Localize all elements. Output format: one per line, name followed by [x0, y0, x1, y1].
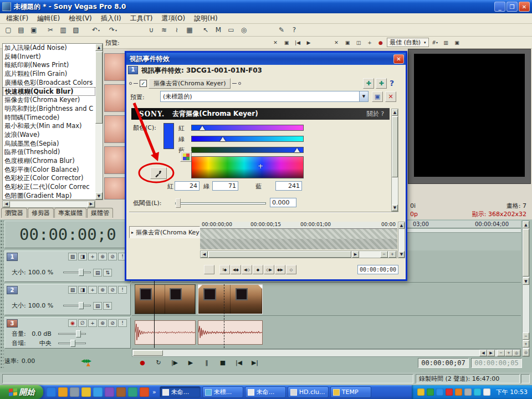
zoom-out-icon[interactable]: − [380, 251, 388, 258]
task-button[interactable]: 未命... [245, 386, 286, 398]
vertical-zoom-tool-icon[interactable]: ◎ [523, 349, 529, 356]
mute-icon[interactable]: ⊘ [108, 319, 117, 327]
track-lane-2[interactable] [132, 284, 521, 316]
red-channel-slider[interactable] [191, 125, 304, 131]
scroll-down-icon[interactable]: ▼ [398, 251, 405, 258]
splitter[interactable] [129, 212, 398, 213]
pan-slider[interactable] [58, 340, 86, 347]
menu-item[interactable]: 工具(T) [126, 13, 157, 24]
fx-list-hscrollbar[interactable]: ◀ ▶ [2, 201, 95, 208]
menu-item[interactable]: 插入(I) [97, 13, 125, 24]
quick-launch-more-icon[interactable]: » [152, 388, 156, 396]
size-slider[interactable] [63, 302, 91, 309]
media-tab[interactable]: 媒體管 [87, 208, 113, 218]
menu-item[interactable]: 編輯(E) [33, 13, 64, 24]
delete-preset-icon[interactable]: ✕ [385, 91, 396, 102]
zoom-in-icon[interactable]: + [505, 350, 513, 356]
fx-list-item[interactable]: 色階圖(Gradient Map) [3, 192, 95, 200]
close-button[interactable]: ✕ [519, 2, 530, 12]
red-value-input[interactable]: 24 [175, 181, 200, 191]
scrollbar-thumb[interactable] [392, 116, 398, 177]
fx-list-item[interactable]: 廣播級色彩(Broadcast Colors [3, 79, 95, 88]
vertical-zoom-in-icon[interactable]: + [523, 340, 529, 347]
fx-list-item[interactable]: 快速模糊(Quick Blur) [3, 87, 95, 96]
save-snapshot-icon[interactable]: ▣ [452, 38, 462, 47]
menu-item[interactable]: 說明(H) [190, 13, 221, 24]
volume-value[interactable]: 0.0 dB [28, 330, 52, 337]
track-number-badge[interactable]: 1 [7, 253, 18, 261]
low-threshold-groove[interactable] [175, 202, 266, 204]
record-button[interactable]: ● [135, 357, 150, 368]
keyframe-hscrollbar[interactable]: ◀ ▶ − + [200, 250, 397, 258]
quick-launch-office-icon[interactable] [116, 387, 126, 397]
lock-envelopes-icon[interactable]: ≀ [171, 24, 183, 35]
task-button[interactable]: 未命... [160, 386, 201, 398]
fx-list-item[interactable]: 色彩平衡(Color Balance) [3, 166, 95, 175]
event-selection-handle[interactable] [258, 285, 262, 289]
scroll-right-icon[interactable]: ▶ [88, 201, 95, 207]
scrollbar-thumb[interactable] [133, 350, 163, 356]
size-slider[interactable] [63, 269, 91, 276]
fx-list-item[interactable]: 烏賊墨黑色(Sepia) [3, 140, 95, 149]
compositing-mode-icon[interactable]: + [88, 253, 97, 260]
prev-keyframe-button[interactable]: ◀◇ [242, 265, 252, 274]
chevron-down-icon[interactable]: ▼ [359, 91, 368, 101]
dialog-titlebar[interactable]: 視訊事件特效 ✕ [126, 53, 406, 65]
keyframe-lane-selected[interactable] [200, 239, 397, 249]
minimize-button[interactable]: _ [494, 2, 505, 12]
transport-timecode[interactable]: 00:00:00;07 [418, 358, 469, 368]
compositing-mode-icon[interactable]: + [88, 286, 97, 294]
timeline-vscrollbar[interactable]: ▲ ▼ − + ◎ [522, 221, 530, 357]
plugin-chain-button[interactable]: 摳像去背(Chroma Keyer) [149, 78, 231, 89]
preview-record-icon[interactable]: ● [376, 38, 386, 47]
mute-icon[interactable]: ⊘ [108, 286, 117, 294]
auto-ripple-icon[interactable]: ≋ [158, 24, 170, 35]
color-swatch[interactable] [163, 123, 174, 149]
automation-settings-icon[interactable]: ⊛ [98, 253, 107, 260]
keyframe-ruler[interactable]: 00:00:00;00 00:00:00;15 00:00:01;00 00:0… [200, 222, 397, 229]
menu-item[interactable]: 檔案(F) [2, 13, 32, 24]
event-selection-handle[interactable] [198, 285, 202, 289]
cut-icon[interactable]: ✂ [44, 24, 57, 35]
tray-icon-3[interactable] [436, 388, 443, 396]
save-preset-icon[interactable]: ▣ [372, 91, 383, 102]
level-display-icon[interactable]: ▤ [93, 269, 102, 277]
green-slider-marker[interactable] [220, 137, 226, 141]
scroll-down-icon[interactable]: ▼ [392, 204, 398, 211]
zoom-edit-tool-icon[interactable]: ◎ [238, 24, 250, 35]
preset-combobox[interactable]: (未標題的) ▼ [160, 91, 369, 102]
cursor-timecode-display[interactable]: 00:00:00;0 [4, 221, 131, 248]
tray-icon-6[interactable] [464, 388, 472, 396]
pan-value[interactable]: 中央 [28, 339, 52, 347]
sync-cursor-button[interactable] [204, 265, 214, 274]
eyedropper-button[interactable] [150, 167, 167, 179]
track-motion-icon[interactable]: ◨ [78, 253, 87, 260]
params-vscrollbar[interactable]: ▲ ▼ [391, 109, 398, 212]
ignore-grouping-icon[interactable]: ▦ [183, 24, 196, 35]
quick-launch-browser-icon[interactable] [140, 387, 149, 397]
blue-slider-marker[interactable] [294, 148, 300, 152]
menu-item[interactable]: 選項(O) [157, 13, 189, 24]
keyframe-vscrollbar[interactable]: ▲ ▼ [398, 222, 405, 258]
blue-value-input[interactable]: 241 [275, 181, 302, 191]
enable-snapping-icon[interactable]: ∪ [145, 24, 157, 35]
scroll-left-icon[interactable]: ◀ [201, 251, 208, 258]
solo-icon[interactable]: ! [118, 319, 127, 327]
solo-icon[interactable]: ! [118, 286, 127, 294]
keyframe-lane[interactable] [200, 229, 397, 239]
fx-list-item[interactable]: 加入訊噪(Add Noise) [3, 44, 95, 53]
expand-track-icon[interactable]: ⇅ [103, 302, 112, 310]
fx-list-item[interactable]: 明亮和對比(Brightness and C [3, 105, 95, 114]
preview-crosshair-icon[interactable]: + [365, 38, 375, 47]
track-motion-icon[interactable]: ◨ [78, 286, 87, 294]
help-icon[interactable]: ? [390, 79, 394, 88]
arm-record-icon[interactable]: ◉ [68, 319, 77, 327]
video-event-selected[interactable] [198, 284, 263, 314]
fx-list-item[interactable]: 底片顆粒(Film Grain) [3, 70, 95, 79]
media-tab[interactable]: 瀏覽器 [1, 208, 27, 218]
scrollbar-thumb[interactable] [95, 52, 103, 124]
transport-end-timecode[interactable]: 00:00:00;05 [471, 358, 522, 368]
scroll-up-icon[interactable]: ▲ [392, 109, 398, 116]
play-button[interactable]: ▶ [183, 357, 198, 368]
track-fx-icon[interactable]: ▨ [68, 286, 77, 294]
